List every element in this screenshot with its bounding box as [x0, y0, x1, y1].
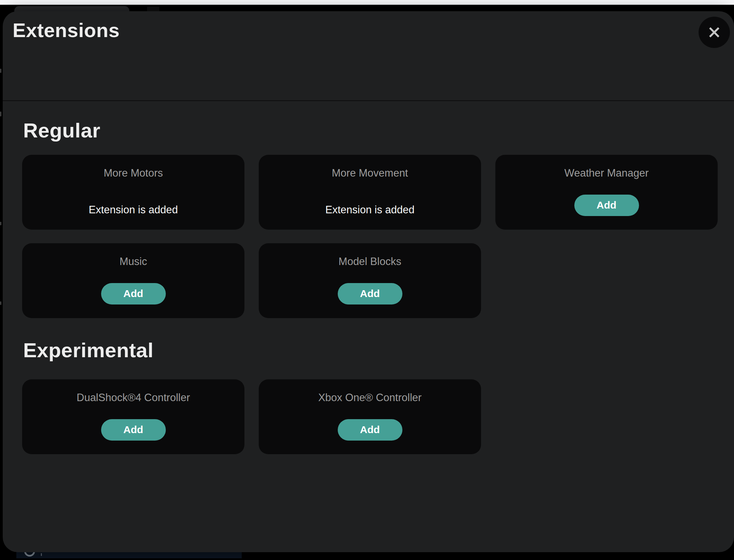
modal-title: Extensions — [13, 19, 119, 41]
underlying-text-fragment — [0, 222, 1, 225]
extension-card: Model BlocksAdd — [259, 243, 481, 318]
add-extension-button[interactable]: Add — [574, 195, 639, 216]
extension-card: DualShock®4 ControllerAdd — [22, 379, 244, 454]
extension-card-title: Model Blocks — [338, 256, 401, 268]
section-heading-experimental: Experimental — [23, 339, 720, 362]
modal-header: Extensions — [3, 11, 734, 101]
underlying-bottom-toolbar — [16, 552, 242, 558]
underlying-text-fragment — [0, 69, 1, 73]
close-button[interactable] — [699, 17, 730, 48]
extension-card-title: Music — [119, 256, 147, 268]
experimental-cards-grid: DualShock®4 ControllerAddXbox One® Contr… — [22, 379, 720, 454]
regular-cards-grid: More MotorsExtension is addedMore Moveme… — [22, 155, 720, 318]
extension-card-title: Xbox One® Controller — [318, 392, 422, 404]
extension-card: Xbox One® ControllerAdd — [259, 379, 481, 454]
extensions-modal: Extensions Regular More MotorsExtension … — [3, 11, 734, 552]
extension-card: More MotorsExtension is added — [22, 155, 244, 230]
extension-card: MusicAdd — [22, 243, 244, 318]
extension-card-title: Weather Manager — [564, 167, 649, 179]
underlying-page-top-strip — [0, 0, 734, 5]
add-extension-button[interactable]: Add — [338, 283, 402, 304]
add-extension-button[interactable]: Add — [101, 419, 166, 441]
close-icon — [708, 26, 721, 39]
extension-card-title: DualShock®4 Controller — [77, 392, 190, 404]
screen: Extensions Regular More MotorsExtension … — [0, 0, 734, 560]
extension-card-title: More Movement — [332, 167, 408, 179]
underlying-notch — [147, 7, 159, 12]
extension-card: Weather ManagerAdd — [495, 155, 718, 230]
section-heading-regular: Regular — [23, 101, 720, 142]
extension-added-status: Extension is added — [89, 204, 178, 216]
extension-card: More MovementExtension is added — [259, 155, 481, 230]
add-extension-button[interactable]: Add — [338, 419, 402, 441]
add-extension-button[interactable]: Add — [101, 283, 166, 304]
underlying-toolbar-divider — [41, 553, 42, 556]
underlying-text-fragment — [0, 301, 1, 305]
modal-body: Regular More MotorsExtension is addedMor… — [3, 101, 734, 454]
underlying-text-fragment — [0, 112, 1, 116]
extension-card-title: More Motors — [104, 167, 163, 179]
extension-added-status: Extension is added — [325, 204, 415, 216]
